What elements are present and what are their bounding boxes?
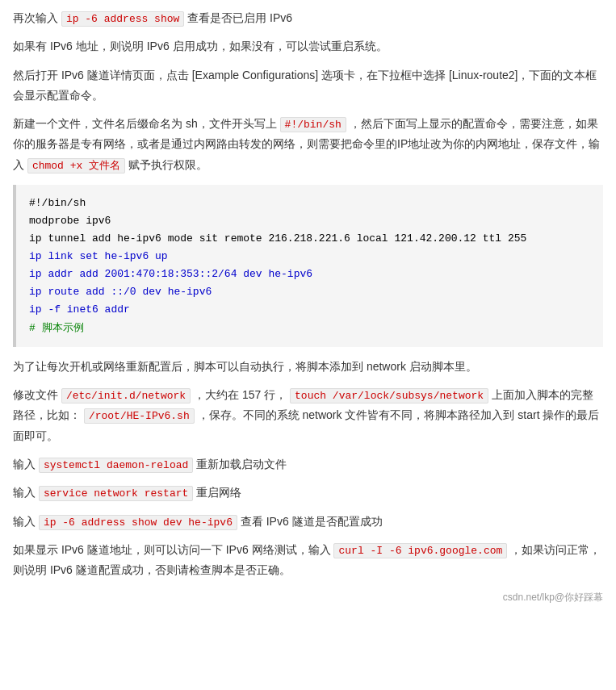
para8-code: service network restart <box>39 486 193 501</box>
para7-before: 输入 <box>13 458 36 470</box>
para10-before: 如果显示 IPv6 隧道地址，则可以访问一下 IPv6 网络测试，输入 <box>13 543 331 556</box>
para8: 输入 service network restart 重启网络 <box>13 483 603 503</box>
para7: 输入 systemctl daemon-reload 重新加载启动文件 <box>13 454 603 475</box>
code-line-7: ip -f inet6 addr <box>29 301 590 319</box>
code-line-1: #!/bin/sh <box>29 194 590 212</box>
para9: 输入 ip -6 address show dev he-ipv6 查看 IPv… <box>13 512 603 532</box>
code-line-3: ip tunnel add he-ipv6 mode sit remote 21… <box>29 230 590 248</box>
para6-mid1: ，大约在 157 行， <box>194 388 287 401</box>
para2-text: 如果有 IPv6 地址，则说明 IPv6 启用成功，如果没有，可以尝试重启系统。 <box>13 40 388 52</box>
para4: 新建一个文件，文件名后缀命名为 sh，文件开头写上 #!/bin/sh ，然后下… <box>13 114 603 175</box>
para6-code2: touch /var/lock/subsys/network <box>290 388 488 404</box>
code-line-2: modprobe ipv6 <box>29 212 590 230</box>
para4-before: 新建一个文件，文件名后缀命名为 sh，文件开头写上 <box>13 117 277 130</box>
watermark: csdn.net/lkp@你好踩幕 <box>13 589 603 607</box>
para7-after: 重新加载启动文件 <box>196 458 287 470</box>
code-line-4: ip link set he-ipv6 up <box>29 248 590 266</box>
para8-after: 重启网络 <box>196 486 241 499</box>
para9-before: 输入 <box>13 515 36 528</box>
code-line-8: # 脚本示例 <box>29 320 590 337</box>
para5: 为了让每次开机或网络重新配置后，脚本可以自动执行，将脚本添加到 network … <box>13 357 603 377</box>
para6: 修改文件 /etc/init.d/network ，大约在 157 行， tou… <box>13 385 603 446</box>
para2: 如果有 IPv6 地址，则说明 IPv6 启用成功，如果没有，可以尝试重启系统。 <box>13 36 603 56</box>
para8-before: 输入 <box>13 486 36 499</box>
para1-after: 查看是否已启用 IPv6 <box>187 11 292 24</box>
para9-after: 查看 IPv6 隧道是否配置成功 <box>241 515 383 528</box>
para1: 再次输入 ip -6 address show 查看是否已启用 IPv6 <box>13 8 603 28</box>
para6-before: 修改文件 <box>13 388 58 401</box>
para4-after: 赋予执行权限。 <box>128 158 207 171</box>
para1-before: 再次输入 <box>13 11 58 24</box>
watermark-text: csdn.net/lkp@你好踩幕 <box>503 592 603 603</box>
para6-code1: /etc/init.d/network <box>61 388 191 404</box>
code-line-5: ip addr add 2001:470:18:353::2/64 dev he… <box>29 266 590 283</box>
para5-text: 为了让每次开机或网络重新配置后，脚本可以自动执行，将脚本添加到 network … <box>13 360 477 373</box>
para1-code: ip -6 address show <box>61 11 184 27</box>
para9-code: ip -6 address show dev he-ipv6 <box>39 515 237 530</box>
para3-text: 然后打开 IPv6 隧道详情页面，点击 [Example Configurati… <box>13 69 597 102</box>
para3: 然后打开 IPv6 隧道详情页面，点击 [Example Configurati… <box>13 65 603 106</box>
para10: 如果显示 IPv6 隧道地址，则可以访问一下 IPv6 网络测试，输入 curl… <box>13 540 603 581</box>
para4-code1: #!/bin/sh <box>280 117 346 132</box>
para10-code: curl -I -6 ipv6.google.com <box>333 543 507 558</box>
code-line-6: ip route add ::/0 dev he-ipv6 <box>29 283 590 301</box>
code-block: #!/bin/sh modprobe ipv6 ip tunnel add he… <box>13 185 603 347</box>
para7-code: systemctl daemon-reload <box>39 458 193 473</box>
para4-code2: chmod +x 文件名 <box>27 158 125 174</box>
para6-code3: /root/HE-IPv6.sh <box>84 408 195 424</box>
